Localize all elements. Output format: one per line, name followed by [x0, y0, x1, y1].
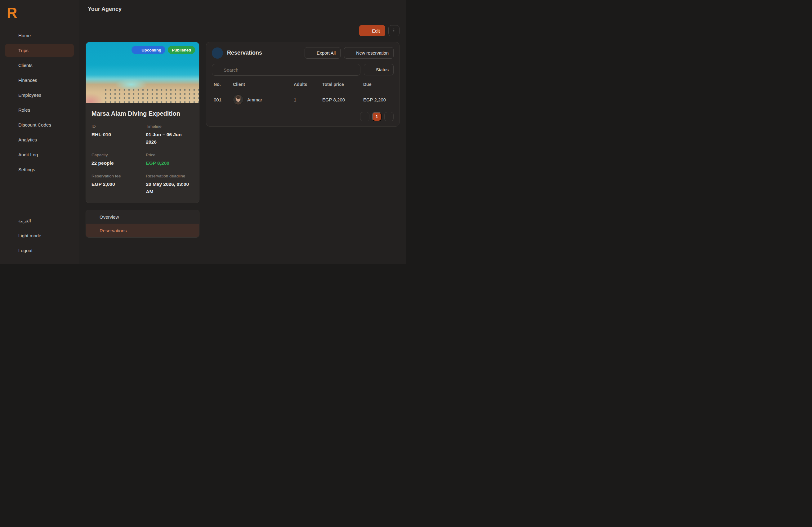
detail-label: Price — [146, 152, 193, 157]
sidebar-item-label: Discount Codes — [18, 122, 51, 128]
sidebar-item-label: Home — [18, 33, 31, 38]
table-header-row: No. Client Adults Total price Due — [212, 79, 394, 91]
column-header-client: Client — [231, 79, 292, 91]
trip-column: Upcoming Published Marsa Alam Diving Exp… — [86, 42, 200, 238]
column-header-total-price: Total price — [320, 79, 361, 91]
actions-row: Edit — [86, 25, 400, 36]
users-icon — [90, 228, 96, 234]
sidebar-footer: العربية Light mode Logout — [5, 214, 74, 257]
reservations-header: Reservations Export All New reservation — [212, 47, 394, 59]
search-box — [212, 64, 360, 76]
sidebar-item-home[interactable]: Home — [5, 29, 74, 42]
sidebar-item-label: Audit Log — [18, 152, 38, 157]
arrow-left-icon — [86, 27, 94, 35]
plane-icon — [9, 47, 14, 54]
cell-total-price: EGP 8,200 — [320, 91, 361, 108]
detail-value-price: EGP 8,200 — [146, 160, 169, 166]
sidebar-item-label: Clients — [18, 63, 32, 68]
upcoming-badge-label: Upcoming — [142, 48, 161, 53]
column-header-adults: Adults — [292, 79, 320, 91]
sidebar-item-label: العربية — [18, 218, 31, 224]
beach-umbrellas-decor — [104, 88, 199, 103]
chart-icon — [9, 136, 14, 143]
sidebar-item-finances[interactable]: Finances — [5, 74, 74, 87]
detail-id: ID RHL-010 — [91, 124, 142, 146]
reservations-title: Reservations — [227, 49, 262, 56]
table-row[interactable]: 001 Ammar 1 EGP 8,200 EGP 2,200 — [212, 91, 394, 108]
sidebar-item-language-arabic[interactable]: العربية — [5, 214, 74, 227]
search-row: Status — [212, 64, 394, 76]
client-avatar — [233, 94, 244, 105]
reservations-actions: Export All New reservation — [305, 47, 394, 59]
back-button[interactable] — [86, 26, 94, 36]
prev-page-button[interactable] — [360, 112, 369, 121]
home-icon — [9, 32, 14, 39]
sidebar-item-trips[interactable]: Trips — [5, 44, 74, 57]
sidebar-item-audit-log[interactable]: Audit Log — [5, 148, 74, 161]
published-badge-label: Published — [172, 48, 191, 53]
sidebar-item-roles[interactable]: Roles — [5, 104, 74, 116]
sidebar-item-label: Employees — [18, 92, 41, 98]
edit-pencil-icon — [364, 28, 369, 34]
column-header-due: Due — [361, 79, 394, 91]
status-filter-button[interactable]: Status — [364, 64, 394, 75]
sidebar-item-settings[interactable]: Settings — [5, 163, 74, 176]
detail-capacity: Capacity 22 people — [91, 152, 142, 167]
sidebar-item-light-mode[interactable]: Light mode — [5, 229, 74, 242]
page-title: Your Agency — [88, 6, 121, 12]
sidebar-item-label: Analytics — [18, 137, 37, 142]
tab-reservations[interactable]: Reservations — [86, 224, 199, 237]
percent-icon — [9, 121, 14, 128]
pagination: 1 — [212, 112, 394, 121]
detail-price: Price EGP 8,200 — [146, 152, 193, 167]
content: Edit — [79, 18, 406, 264]
tab-overview[interactable]: Overview — [86, 210, 199, 224]
sidebar-item-logout[interactable]: Logout — [5, 244, 74, 257]
clock-icon — [135, 47, 140, 53]
main-area: Your Agency Edit — [79, 0, 406, 264]
topbar: Your Agency — [79, 0, 406, 18]
filter-funnel-icon — [369, 67, 374, 73]
page-number-button[interactable]: 1 — [372, 112, 381, 121]
sidebar-item-label: Light mode — [18, 233, 41, 238]
cell-adults: 1 — [292, 91, 320, 108]
chevron-left-icon — [363, 114, 367, 119]
published-badge: Published — [168, 46, 195, 54]
tab-label: Overview — [100, 214, 119, 220]
cell-client: Ammar — [231, 91, 292, 108]
dollar-icon — [9, 77, 14, 84]
app-window: R Home Trips Clients Finances Employees — [0, 0, 406, 264]
search-icon — [216, 67, 221, 73]
client-name: Ammar — [247, 97, 262, 102]
next-page-button[interactable] — [384, 112, 394, 121]
export-all-button[interactable]: Export All — [305, 47, 340, 59]
cell-no: 001 — [212, 91, 231, 108]
new-reservation-button[interactable]: New reservation — [344, 47, 394, 59]
detail-label: Timeline — [146, 124, 193, 129]
trip-badges: Upcoming Published — [131, 46, 195, 54]
sidebar-item-label: Settings — [18, 167, 35, 172]
search-input[interactable] — [223, 67, 357, 73]
reservations-users-icon — [212, 47, 223, 59]
sidebar-item-label: Logout — [18, 248, 32, 253]
kebab-menu-icon — [391, 28, 396, 34]
detail-label: Capacity — [91, 152, 142, 157]
detail-reservation-deadline: Reservation deadline 20 May 2026, 03:00 … — [146, 174, 193, 195]
reservations-table: No. Client Adults Total price Due 001 — [212, 79, 394, 108]
detail-label: Reservation deadline — [146, 174, 193, 178]
users-icon — [9, 62, 14, 69]
status-filter-label: Status — [376, 67, 389, 72]
plus-icon — [349, 50, 353, 56]
sidebar-item-employees[interactable]: Employees — [5, 89, 74, 101]
sidebar-item-analytics[interactable]: Analytics — [5, 133, 74, 146]
sidebar-item-discount-codes[interactable]: Discount Codes — [5, 118, 74, 131]
sun-icon — [9, 232, 14, 239]
sidebar-item-clients[interactable]: Clients — [5, 59, 74, 72]
tab-label: Reservations — [100, 228, 127, 233]
more-options-button[interactable] — [388, 25, 400, 36]
edit-button-label: Edit — [372, 28, 380, 33]
info-icon — [90, 214, 96, 220]
gear-icon — [9, 166, 14, 173]
app-logo: R — [7, 5, 74, 20]
edit-button[interactable]: Edit — [359, 25, 385, 36]
